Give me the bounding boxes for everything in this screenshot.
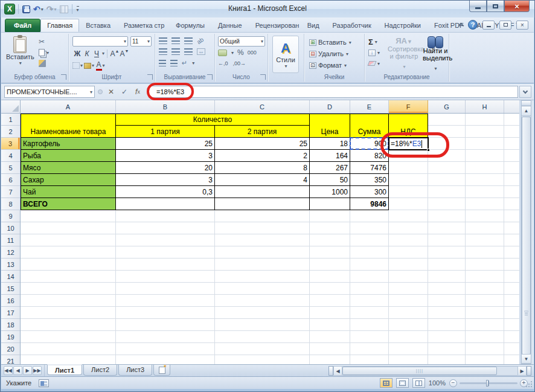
autosum-button[interactable]: Σ▾ [368, 36, 380, 47]
close-button[interactable]: × [504, 1, 530, 12]
column-header-G[interactable]: G [428, 100, 466, 113]
underline-button[interactable]: Ч [92, 48, 101, 59]
column-header-H[interactable]: H [466, 100, 504, 113]
cell-C5[interactable]: 8 [215, 162, 310, 174]
row-header-14[interactable]: 14 [1, 271, 20, 283]
cell-D5[interactable]: 267 [310, 162, 350, 174]
column-header-B[interactable]: B [116, 100, 215, 113]
alignment-dialog-launcher[interactable] [207, 74, 213, 80]
cell-E8[interactable]: 9846 [350, 198, 389, 210]
cell-B4[interactable]: 3 [116, 150, 215, 162]
font-size-select[interactable]: 11▾ [130, 36, 152, 47]
cell-B6[interactable]: 3 [116, 174, 215, 186]
row-header-19[interactable]: 19 [1, 331, 20, 343]
tab-Вставка[interactable]: Вставка [79, 19, 117, 32]
normal-view-button[interactable] [380, 378, 392, 388]
cell-A4[interactable]: Рыба [21, 150, 116, 162]
row-header-6[interactable]: 6 [1, 174, 20, 186]
cell-A3[interactable]: Картофель [21, 138, 116, 150]
cell-D4[interactable]: 164 [310, 150, 350, 162]
cell-B7[interactable]: 0,3 [116, 186, 215, 198]
font-dialog-launcher[interactable] [147, 74, 153, 80]
cell-D6[interactable]: 50 [310, 174, 350, 186]
zoom-level[interactable]: 100% [429, 379, 446, 387]
row-header-20[interactable]: 20 [1, 343, 20, 355]
percent-style-icon[interactable]: % [237, 48, 244, 57]
column-header-F[interactable]: F [389, 100, 428, 113]
column-header-C[interactable]: C [215, 100, 310, 113]
fill-color-button[interactable]: ▾ [84, 60, 94, 71]
row-header-2[interactable]: 2 [1, 126, 20, 138]
row-header-7[interactable]: 7 [1, 186, 20, 198]
sheet-tab-Лист1[interactable]: Лист1 [47, 364, 82, 375]
align-center-icon[interactable] [171, 48, 180, 55]
number-dialog-launcher[interactable] [260, 74, 266, 80]
row-header-4[interactable]: 4 [1, 150, 20, 162]
wrap-text-icon[interactable]: ↵ [182, 59, 187, 67]
cell-A6[interactable]: Сахар [21, 174, 116, 186]
tab-Разработчик[interactable]: Разработчик [326, 19, 378, 32]
cell-A7[interactable]: Чай [21, 186, 116, 198]
scroll-up-button[interactable]: ▲ [522, 106, 531, 116]
row-header-9[interactable]: 9 [1, 210, 20, 222]
table-tool-button[interactable] [59, 4, 69, 14]
insert-function-button[interactable]: fx [132, 86, 144, 98]
minimize-ribbon-icon[interactable] [458, 23, 464, 29]
insert-cells-button[interactable]: ⊞Вставить▾ [309, 37, 351, 48]
first-sheet-button[interactable]: ◀◀ [4, 366, 13, 375]
cell-E1[interactable]: Сумма [350, 114, 389, 138]
italic-button[interactable]: К [82, 48, 92, 59]
help-icon[interactable]: ? [468, 20, 478, 30]
row-header-1[interactable]: 1 [1, 114, 20, 126]
column-header-A[interactable]: A [21, 100, 116, 113]
cell-B8[interactable] [116, 198, 215, 210]
cell-D7[interactable]: 1000 [310, 186, 350, 198]
vertical-scroll-thumb[interactable] [522, 117, 531, 355]
clear-button[interactable]: ▾ [368, 58, 380, 69]
font-name-select[interactable]: ▾ [72, 36, 128, 47]
window-resize-grip[interactable] [525, 381, 533, 388]
cell-C3[interactable]: 25 [215, 138, 310, 150]
sheet-tab-Лист3[interactable]: Лист3 [118, 365, 152, 376]
page-layout-view-button[interactable] [396, 378, 409, 388]
customize-quick-access-button[interactable]: ▾ [75, 4, 80, 14]
tab-Данные[interactable]: Данные [211, 19, 249, 32]
cell-D3[interactable]: 18 [310, 138, 350, 150]
format-cells-button[interactable]: ⊡Формат▾ [309, 60, 347, 71]
format-painter-button[interactable] [39, 58, 49, 69]
cell-D8[interactable] [310, 198, 350, 210]
align-bottom-icon[interactable] [184, 37, 193, 44]
find-select-button[interactable]: Найти и выделить▾ [423, 36, 448, 72]
cell-E6[interactable]: 350 [350, 174, 389, 186]
scroll-right-button[interactable]: ▶ [517, 366, 527, 376]
maximize-button[interactable] [487, 1, 504, 12]
insert-worksheet-tab[interactable] [153, 365, 170, 376]
horizontal-split-handle-right[interactable] [527, 366, 531, 376]
number-format-select[interactable]: Общий▾ [218, 36, 265, 47]
name-box-grip[interactable] [98, 89, 103, 94]
cell-E5[interactable]: 7476 [350, 162, 389, 174]
accounting-format-icon[interactable] [218, 50, 227, 56]
row-header-21[interactable]: 21 [1, 355, 20, 364]
clipboard-dialog-launcher[interactable] [61, 74, 66, 80]
row-header-10[interactable]: 10 [1, 222, 20, 234]
increase-indent-icon[interactable] [170, 60, 178, 66]
cell-C4[interactable]: 2 [215, 150, 310, 162]
zoom-slider-knob[interactable] [486, 380, 489, 387]
workbook-close-button[interactable]: × [516, 21, 528, 30]
save-button[interactable] [22, 4, 31, 14]
tab-Вид[interactable]: Вид [301, 19, 326, 32]
bold-button[interactable]: Ж [72, 48, 82, 59]
cell-B3[interactable]: 25 [116, 138, 215, 150]
macro-record-button[interactable] [39, 379, 49, 387]
cells-area[interactable]: Наименование товараКоличествоЦенаСуммаНД… [21, 114, 521, 364]
row-header-8[interactable]: 8 [1, 198, 20, 210]
row-header-15[interactable]: 15 [1, 283, 20, 295]
horizontal-scroll-thumb[interactable] [342, 367, 497, 375]
row-header-3[interactable]: 3 [1, 138, 20, 150]
confirm-entry-button[interactable]: ✓ [118, 86, 130, 98]
sheet-tab-Лист2[interactable]: Лист2 [83, 365, 117, 376]
scroll-left-button[interactable]: ◀ [333, 366, 342, 376]
tab-Файл[interactable]: Файл [5, 19, 40, 32]
comma-style-icon[interactable]: 000 [248, 50, 257, 56]
